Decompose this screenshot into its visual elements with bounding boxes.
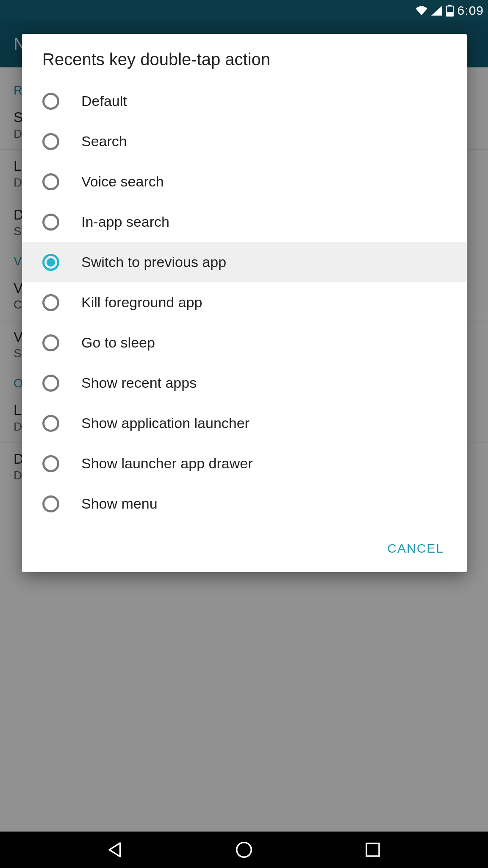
- battery-icon: 49: [446, 5, 454, 17]
- radio-icon: [42, 334, 59, 351]
- radio-icon: [42, 375, 59, 392]
- option-label: Kill foreground app: [81, 294, 202, 311]
- radio-icon: [42, 415, 59, 432]
- radio-icon: [42, 93, 59, 110]
- radio-icon: [42, 455, 59, 472]
- dialog-option[interactable]: Search: [22, 121, 467, 161]
- dialog-option[interactable]: Voice search: [22, 161, 467, 202]
- dialog-option[interactable]: Switch to previous app: [22, 242, 467, 282]
- dialog-option[interactable]: Default: [22, 81, 467, 121]
- cancel-button[interactable]: CANCEL: [385, 536, 446, 561]
- radio-icon: [42, 173, 59, 190]
- dialog-option[interactable]: In-app search: [22, 202, 467, 242]
- wifi-icon: [415, 6, 428, 16]
- status-clock: 6:09: [458, 3, 484, 18]
- back-triangle-icon: [105, 840, 125, 860]
- option-label: In-app search: [81, 214, 169, 230]
- option-label: Show menu: [81, 495, 158, 512]
- recents-square-icon: [363, 840, 383, 860]
- option-label: Show application launcher: [81, 415, 250, 431]
- option-label: Default: [81, 93, 127, 109]
- nav-back-button[interactable]: [105, 839, 126, 860]
- dialog-title: Recents key double-tap action: [22, 34, 467, 81]
- option-label: Switch to previous app: [81, 254, 226, 270]
- dialog-options-list: DefaultSearchVoice searchIn-app searchSw…: [22, 81, 467, 524]
- radio-icon: [42, 495, 59, 512]
- dialog-option[interactable]: Kill foreground app: [22, 282, 467, 323]
- dialog-option[interactable]: Show launcher app drawer: [22, 443, 467, 484]
- option-label: Voice search: [81, 173, 164, 190]
- radio-icon: [42, 294, 59, 311]
- svg-rect-2: [366, 843, 379, 856]
- home-circle-icon: [234, 840, 254, 860]
- dialog-footer: CANCEL: [22, 524, 467, 572]
- nav-home-button[interactable]: [233, 839, 255, 860]
- nav-recents-button[interactable]: [362, 839, 383, 860]
- cell-signal-icon: [431, 6, 442, 16]
- dialog-option[interactable]: Show menu: [22, 484, 467, 524]
- status-bar: 49 6:09: [0, 0, 488, 21]
- radio-icon: [42, 254, 59, 271]
- navigation-bar: [0, 832, 488, 868]
- option-label: Search: [81, 133, 127, 150]
- radio-icon: [42, 214, 59, 231]
- option-label: Show launcher app drawer: [81, 455, 252, 472]
- dialog-option[interactable]: Show application launcher: [22, 403, 467, 443]
- dialog-option[interactable]: Show recent apps: [22, 363, 467, 403]
- option-label: Show recent apps: [81, 375, 197, 391]
- radio-icon: [42, 133, 59, 150]
- recents-doubletap-dialog: Recents key double-tap action DefaultSea…: [22, 34, 467, 572]
- svg-point-1: [237, 843, 252, 857]
- battery-level-text: 49: [446, 7, 454, 12]
- option-label: Go to sleep: [81, 334, 155, 351]
- dialog-option[interactable]: Go to sleep: [22, 323, 467, 363]
